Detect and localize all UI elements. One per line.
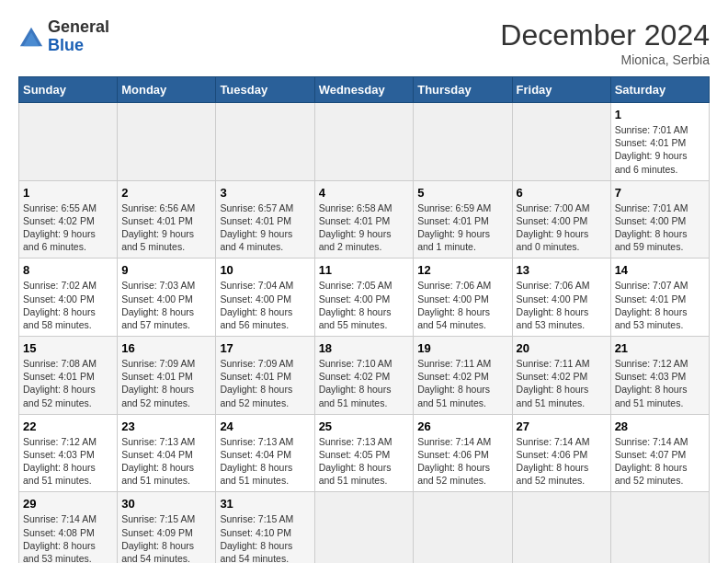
- day-number: 9: [121, 263, 211, 277]
- calendar-week-row: 15Sunrise: 7:08 AM Sunset: 4:01 PM Dayli…: [19, 337, 710, 415]
- calendar-day-cell: 16Sunrise: 7:09 AM Sunset: 4:01 PM Dayli…: [118, 337, 216, 415]
- calendar-day-cell: 6Sunrise: 7:00 AM Sunset: 4:00 PM Daylig…: [512, 180, 610, 259]
- calendar-day-cell: 28Sunrise: 7:14 AM Sunset: 4:07 PM Dayli…: [610, 414, 709, 492]
- calendar-day-cell: [610, 492, 709, 563]
- day-info: Sunrise: 7:08 AM Sunset: 4:01 PM Dayligh…: [23, 357, 113, 409]
- day-info: Sunrise: 7:12 AM Sunset: 4:03 PM Dayligh…: [615, 357, 705, 409]
- day-number: 11: [319, 263, 410, 277]
- day-info: Sunrise: 7:13 AM Sunset: 4:05 PM Dayligh…: [319, 435, 410, 488]
- calendar-day-cell: 27Sunrise: 7:14 AM Sunset: 4:06 PM Dayli…: [512, 414, 610, 492]
- day-number: 28: [615, 419, 705, 433]
- calendar-day-cell: 19Sunrise: 7:11 AM Sunset: 4:02 PM Dayli…: [414, 337, 512, 415]
- page-header: General Blue December 2024 Mionica, Serb…: [18, 18, 710, 67]
- calendar-day-cell: 1Sunrise: 6:55 AM Sunset: 4:02 PM Daylig…: [19, 180, 118, 259]
- calendar-table: SundayMondayTuesdayWednesdayThursdayFrid…: [18, 76, 710, 563]
- day-info: Sunrise: 7:06 AM Sunset: 4:00 PM Dayligh…: [417, 279, 507, 331]
- day-number: 13: [517, 263, 607, 277]
- calendar-day-cell: 8Sunrise: 7:02 AM Sunset: 4:00 PM Daylig…: [19, 259, 118, 337]
- calendar-day-cell: 10Sunrise: 7:04 AM Sunset: 4:00 PM Dayli…: [216, 259, 314, 337]
- day-number: 10: [220, 263, 310, 277]
- day-number: 25: [319, 419, 410, 433]
- month-title: December 2024: [500, 18, 710, 52]
- calendar-week-row: 1Sunrise: 6:55 AM Sunset: 4:02 PM Daylig…: [19, 180, 710, 259]
- day-number: 3: [220, 186, 310, 200]
- day-of-week-header: Friday: [512, 77, 610, 103]
- calendar-day-cell: 26Sunrise: 7:14 AM Sunset: 4:06 PM Dayli…: [414, 414, 512, 492]
- calendar-day-cell: [414, 103, 512, 181]
- day-info: Sunrise: 7:02 AM Sunset: 4:00 PM Dayligh…: [23, 279, 113, 331]
- day-number: 21: [615, 341, 705, 355]
- day-info: Sunrise: 7:12 AM Sunset: 4:03 PM Dayligh…: [23, 435, 113, 488]
- day-of-week-header: Tuesday: [216, 77, 314, 103]
- day-info: Sunrise: 7:07 AM Sunset: 4:01 PM Dayligh…: [615, 279, 705, 331]
- day-info: Sunrise: 7:14 AM Sunset: 4:06 PM Dayligh…: [517, 435, 607, 488]
- day-number: 2: [121, 186, 211, 200]
- day-info: Sunrise: 7:06 AM Sunset: 4:00 PM Dayligh…: [517, 279, 607, 331]
- calendar-day-cell: 22Sunrise: 7:12 AM Sunset: 4:03 PM Dayli…: [19, 414, 118, 492]
- calendar-day-cell: 2Sunrise: 6:56 AM Sunset: 4:01 PM Daylig…: [118, 180, 216, 259]
- calendar-day-cell: 7Sunrise: 7:01 AM Sunset: 4:00 PM Daylig…: [610, 180, 709, 259]
- calendar-day-cell: 24Sunrise: 7:13 AM Sunset: 4:04 PM Dayli…: [216, 414, 314, 492]
- day-info: Sunrise: 6:58 AM Sunset: 4:01 PM Dayligh…: [319, 201, 410, 254]
- calendar-day-cell: 11Sunrise: 7:05 AM Sunset: 4:00 PM Dayli…: [314, 259, 414, 337]
- calendar-day-cell: 23Sunrise: 7:13 AM Sunset: 4:04 PM Dayli…: [118, 414, 216, 492]
- day-info: Sunrise: 7:11 AM Sunset: 4:02 PM Dayligh…: [417, 357, 507, 409]
- calendar-day-cell: 1Sunrise: 7:01 AM Sunset: 4:01 PM Daylig…: [610, 103, 709, 181]
- day-of-week-header: Sunday: [19, 77, 118, 103]
- day-number: 1: [23, 186, 113, 200]
- day-info: Sunrise: 7:14 AM Sunset: 4:06 PM Dayligh…: [417, 435, 507, 488]
- calendar-day-cell: 12Sunrise: 7:06 AM Sunset: 4:00 PM Dayli…: [414, 259, 512, 337]
- location-subtitle: Mionica, Serbia: [500, 52, 710, 67]
- calendar-header-row: SundayMondayTuesdayWednesdayThursdayFrid…: [19, 77, 710, 103]
- calendar-week-row: 22Sunrise: 7:12 AM Sunset: 4:03 PM Dayli…: [19, 414, 710, 492]
- day-info: Sunrise: 7:14 AM Sunset: 4:08 PM Dayligh…: [23, 512, 113, 563]
- logo: General Blue: [18, 18, 109, 55]
- day-number: 15: [23, 341, 113, 355]
- day-of-week-header: Saturday: [610, 77, 709, 103]
- calendar-day-cell: [314, 492, 414, 563]
- day-number: 20: [517, 341, 607, 355]
- day-number: 5: [417, 186, 507, 200]
- day-info: Sunrise: 7:15 AM Sunset: 4:09 PM Dayligh…: [121, 512, 211, 563]
- day-info: Sunrise: 6:56 AM Sunset: 4:01 PM Dayligh…: [121, 201, 211, 254]
- calendar-day-cell: 17Sunrise: 7:09 AM Sunset: 4:01 PM Dayli…: [216, 337, 314, 415]
- calendar-week-row: 29Sunrise: 7:14 AM Sunset: 4:08 PM Dayli…: [19, 492, 710, 563]
- day-number: 22: [23, 419, 113, 433]
- day-number: 1: [615, 108, 705, 121]
- day-info: Sunrise: 7:01 AM Sunset: 4:01 PM Dayligh…: [615, 123, 705, 176]
- calendar-day-cell: 14Sunrise: 7:07 AM Sunset: 4:01 PM Dayli…: [610, 259, 709, 337]
- calendar-day-cell: [512, 492, 610, 563]
- logo-general: General: [48, 17, 109, 36]
- calendar-day-cell: 3Sunrise: 6:57 AM Sunset: 4:01 PM Daylig…: [216, 180, 314, 259]
- calendar-day-cell: 13Sunrise: 7:06 AM Sunset: 4:00 PM Dayli…: [512, 259, 610, 337]
- logo-blue: Blue: [48, 36, 84, 54]
- day-number: 4: [319, 186, 410, 200]
- calendar-day-cell: 18Sunrise: 7:10 AM Sunset: 4:02 PM Dayli…: [314, 337, 414, 415]
- calendar-day-cell: 30Sunrise: 7:15 AM Sunset: 4:09 PM Dayli…: [118, 492, 216, 563]
- calendar-day-cell: 25Sunrise: 7:13 AM Sunset: 4:05 PM Dayli…: [314, 414, 414, 492]
- calendar-day-cell: 5Sunrise: 6:59 AM Sunset: 4:01 PM Daylig…: [414, 180, 512, 259]
- calendar-day-cell: 20Sunrise: 7:11 AM Sunset: 4:02 PM Dayli…: [512, 337, 610, 415]
- day-number: 8: [23, 263, 113, 277]
- day-number: 27: [517, 419, 607, 433]
- day-number: 19: [417, 341, 507, 355]
- day-of-week-header: Wednesday: [314, 77, 414, 103]
- day-of-week-header: Monday: [118, 77, 216, 103]
- day-info: Sunrise: 7:09 AM Sunset: 4:01 PM Dayligh…: [220, 357, 310, 409]
- day-of-week-header: Thursday: [414, 77, 512, 103]
- calendar-week-row: 8Sunrise: 7:02 AM Sunset: 4:00 PM Daylig…: [19, 259, 710, 337]
- day-info: Sunrise: 7:15 AM Sunset: 4:10 PM Dayligh…: [220, 512, 310, 563]
- day-number: 23: [121, 419, 211, 433]
- day-number: 16: [121, 341, 211, 355]
- day-info: Sunrise: 6:55 AM Sunset: 4:02 PM Dayligh…: [23, 201, 113, 254]
- calendar-day-cell: 9Sunrise: 7:03 AM Sunset: 4:00 PM Daylig…: [118, 259, 216, 337]
- day-number: 12: [417, 263, 507, 277]
- day-number: 18: [319, 341, 410, 355]
- day-info: Sunrise: 7:09 AM Sunset: 4:01 PM Dayligh…: [121, 357, 211, 409]
- day-number: 30: [121, 497, 211, 511]
- day-info: Sunrise: 7:13 AM Sunset: 4:04 PM Dayligh…: [220, 435, 310, 488]
- logo-icon: [18, 24, 44, 50]
- calendar-day-cell: [118, 103, 216, 181]
- day-number: 26: [417, 419, 507, 433]
- calendar-day-cell: [19, 103, 118, 181]
